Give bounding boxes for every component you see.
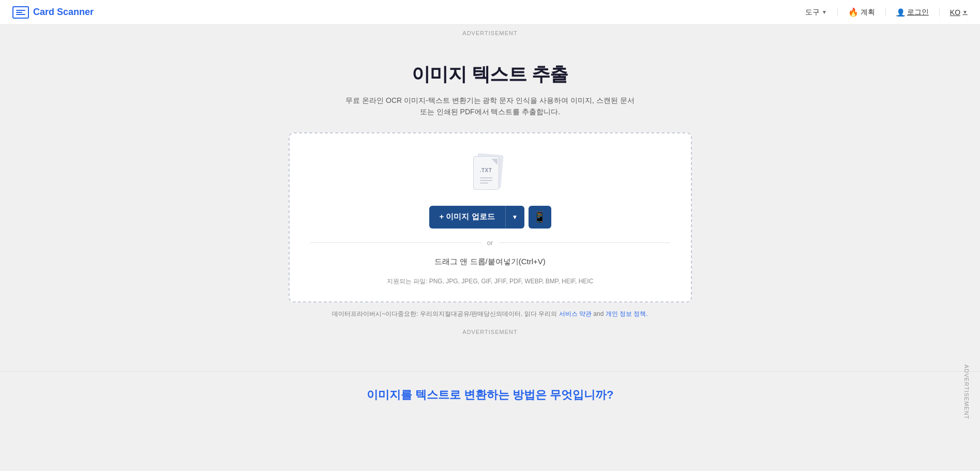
upload-image-button[interactable]: + 이미지 업로드 ▼ bbox=[429, 206, 524, 229]
logo-icon bbox=[12, 6, 29, 19]
mobile-icon: 📱 bbox=[533, 211, 546, 223]
bottom-section-title: 이미지를 텍스트로 변환하는 방법은 무엇입니까? bbox=[103, 387, 877, 403]
bottom-ad-label: ADVERTISEMENT bbox=[457, 324, 522, 340]
logo-text: Card Scanner bbox=[33, 7, 94, 18]
tools-menu[interactable]: 도구 ▼ bbox=[805, 8, 827, 17]
and-text: and bbox=[593, 310, 604, 317]
privacy-text: 데이터프라이버시~이다중요한: 우리의지절대공유/판매당신의데이터. 읽다 우리… bbox=[332, 310, 557, 317]
supported-formats: 지원되는 파일: PNG, JPG, JPEG, GIF, JFIF, PDF,… bbox=[387, 277, 594, 286]
top-ad-banner: ADVERTISEMENT bbox=[0, 25, 980, 41]
or-line-right bbox=[499, 242, 670, 243]
page-title: 이미지 텍스트 추출 bbox=[412, 62, 568, 87]
side-ad-label: ADVERTISEMENT bbox=[963, 364, 970, 419]
file-line-1 bbox=[480, 177, 492, 178]
page-subtitle: 무료 온라인 OCR 이미지-텍스트 변환기는 광학 문자 인식을 사용하여 이… bbox=[345, 95, 635, 118]
file-icon: .TXT bbox=[472, 154, 508, 195]
nav-divider-3 bbox=[939, 8, 940, 17]
or-line-left bbox=[310, 242, 481, 243]
lang-chevron-icon: ▼ bbox=[962, 9, 968, 15]
plan-emoji: 🔥 bbox=[848, 7, 858, 17]
login-button[interactable]: 👤 로그인 bbox=[896, 8, 929, 17]
bottom-section: 이미지를 텍스트로 변환하는 방법은 무엇입니까? bbox=[0, 371, 980, 418]
file-icon-txt-label: .TXT bbox=[480, 168, 492, 173]
user-icon: 👤 bbox=[896, 8, 905, 17]
service-terms-link[interactable]: 서비스 약관 bbox=[559, 310, 592, 317]
upload-buttons-row: + 이미지 업로드 ▼ 📱 bbox=[429, 206, 551, 229]
nav-divider-1 bbox=[837, 8, 838, 17]
file-line-2 bbox=[480, 180, 492, 181]
header: Card Scanner 도구 ▼ 🔥 계획 👤 로그인 KO ▼ bbox=[0, 0, 980, 25]
file-icon-front: .TXT bbox=[473, 156, 499, 190]
upload-dropdown-icon[interactable]: ▼ bbox=[506, 206, 524, 229]
privacy-policy-link[interactable]: 개인 정보 정책. bbox=[606, 310, 648, 317]
language-selector[interactable]: KO ▼ bbox=[950, 8, 968, 17]
mobile-scan-button[interactable]: 📱 bbox=[529, 206, 551, 229]
or-divider: or bbox=[310, 239, 670, 247]
header-nav: 도구 ▼ 🔥 계획 👤 로그인 KO ▼ bbox=[805, 7, 968, 17]
plan-badge: 🔥 계획 bbox=[848, 7, 875, 17]
privacy-notice: 데이터프라이버시~이다중요한: 우리의지절대공유/판매당신의데이터. 읽다 우리… bbox=[332, 310, 647, 318]
tools-chevron-icon: ▼ bbox=[822, 9, 827, 15]
nav-divider-2 bbox=[885, 8, 886, 17]
main-content: 이미지 텍스트 추출 무료 온라인 OCR 이미지-텍스트 변환기는 광학 문자… bbox=[0, 41, 980, 351]
file-line-3 bbox=[480, 183, 488, 184]
file-icon-lines bbox=[480, 177, 492, 184]
upload-zone: .TXT + 이미지 업로드 ▼ 📱 or bbox=[289, 132, 692, 302]
drag-drop-text: 드래그 앤 드롭/붙여넣기(Ctrl+V) bbox=[434, 257, 546, 267]
file-icon-corner bbox=[491, 159, 497, 165]
logo-link[interactable]: Card Scanner bbox=[12, 6, 94, 19]
upload-button-label: + 이미지 업로드 bbox=[429, 206, 506, 229]
